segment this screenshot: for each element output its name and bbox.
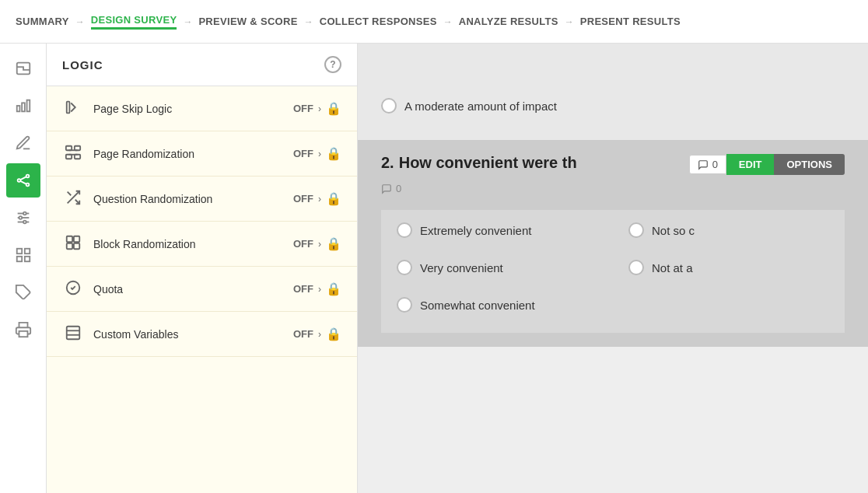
block-rand-arrow: › bbox=[318, 239, 321, 250]
comment-below-icon bbox=[381, 184, 392, 194]
page-rand-status: OFF bbox=[293, 148, 313, 159]
comment-row-below: 0 bbox=[381, 183, 845, 194]
sidebar-icon-inbox[interactable] bbox=[6, 51, 40, 86]
svg-rect-29 bbox=[74, 236, 79, 242]
sidebar-icon-pencil[interactable] bbox=[6, 126, 40, 160]
main-layout: LOGIC ? Page Skip Logic OFF › 🔒 bbox=[0, 44, 868, 493]
logic-item-page-rand[interactable]: Page Randomization OFF › 🔒 bbox=[47, 131, 357, 177]
page-rand-arrow: › bbox=[318, 149, 321, 159]
svg-rect-31 bbox=[74, 243, 79, 249]
nav-collect-responses[interactable]: COLLECT RESPONSES bbox=[320, 16, 437, 27]
quota-icon bbox=[62, 279, 84, 299]
logic-item-block-rand[interactable]: Block Randomization OFF › 🔒 bbox=[47, 222, 357, 267]
moderate-option-area: A moderate amount of impact bbox=[358, 90, 868, 140]
page-skip-status: OFF bbox=[293, 103, 313, 114]
option-very-convenient: Very convenient bbox=[381, 260, 613, 275]
custom-var-label: Custom Variables bbox=[93, 328, 178, 341]
options-button[interactable]: OPTIONS bbox=[774, 154, 845, 175]
option-not-at-all: Not at a bbox=[613, 260, 845, 275]
page-rand-icon bbox=[62, 144, 84, 163]
svg-rect-15 bbox=[16, 249, 21, 253]
radio-extremely[interactable] bbox=[397, 222, 412, 238]
logic-item-quota[interactable]: Quota OFF › 🔒 bbox=[47, 267, 357, 312]
page-skip-label: Page Skip Logic bbox=[93, 103, 172, 115]
page-skip-lock: 🔒 bbox=[326, 101, 341, 116]
page-skip-arrow: › bbox=[318, 103, 321, 114]
nav-preview-score[interactable]: PREVIEW & SCORE bbox=[198, 16, 297, 27]
svg-line-7 bbox=[20, 177, 26, 180]
logic-header: LOGIC ? bbox=[47, 44, 357, 86]
comment-count-top: 0 bbox=[712, 159, 718, 170]
sidebar-icon-print[interactable] bbox=[6, 313, 40, 347]
page-skip-icon bbox=[62, 99, 84, 118]
question-controls: 0 EDIT OPTIONS bbox=[689, 154, 845, 175]
radio-not-so[interactable] bbox=[628, 222, 644, 238]
svg-line-8 bbox=[20, 181, 26, 184]
svg-point-5 bbox=[26, 175, 29, 178]
sidebar-icon-logic[interactable] bbox=[6, 163, 40, 198]
custom-var-lock: 🔒 bbox=[326, 327, 341, 341]
logic-item-page-skip[interactable]: Page Skip Logic OFF › 🔒 bbox=[47, 86, 357, 131]
page-rand-label: Page Randomization bbox=[93, 148, 194, 160]
nav-arrow-2: → bbox=[183, 16, 192, 27]
nav-present-results[interactable]: PRESENT RESULTS bbox=[580, 16, 681, 27]
svg-rect-1 bbox=[16, 106, 19, 111]
nav-arrow-4: → bbox=[443, 16, 453, 27]
logic-item-custom-var[interactable]: Custom Variables OFF › 🔒 bbox=[47, 312, 357, 357]
nav-summary[interactable]: SUMMARY bbox=[16, 16, 69, 27]
main-content-area: A moderate amount of impact 2. How conve… bbox=[358, 44, 868, 493]
svg-point-12 bbox=[23, 212, 26, 215]
svg-point-14 bbox=[23, 221, 26, 224]
sidebar-icon-sliders[interactable] bbox=[6, 201, 40, 235]
radio-very[interactable] bbox=[397, 260, 412, 275]
svg-point-6 bbox=[26, 184, 29, 187]
block-rand-icon bbox=[62, 234, 84, 253]
svg-point-4 bbox=[17, 179, 20, 182]
option-label-extremely: Extremely convenient bbox=[420, 224, 531, 237]
svg-rect-30 bbox=[67, 243, 72, 249]
question-rand-status: OFF bbox=[293, 193, 313, 205]
moderate-option-row: A moderate amount of impact bbox=[381, 98, 845, 114]
question-text-partial: How convenient were th bbox=[399, 154, 577, 172]
radio-somewhat[interactable] bbox=[397, 297, 412, 313]
question-2-container: 2. How convenient were th 0 EDIT OPTIONS bbox=[358, 140, 868, 347]
logic-help-button[interactable]: ? bbox=[324, 56, 341, 73]
logic-title: LOGIC bbox=[62, 58, 103, 72]
svg-rect-17 bbox=[16, 257, 21, 261]
sidebar-icon-tag[interactable] bbox=[6, 275, 40, 309]
svg-rect-21 bbox=[67, 102, 70, 114]
logic-items-list: Page Skip Logic OFF › 🔒 Page Randomizati… bbox=[47, 86, 357, 493]
logic-item-question-rand[interactable]: Question Randomization OFF › 🔒 bbox=[47, 177, 357, 222]
question-2-header: 2. How convenient were th 0 EDIT OPTIONS bbox=[358, 140, 868, 347]
option-label-somewhat: Somewhat convenient bbox=[420, 299, 535, 312]
quota-lock: 🔒 bbox=[326, 281, 341, 296]
option-label-very: Very convenient bbox=[420, 261, 503, 274]
sidebar-icon-chart[interactable] bbox=[6, 89, 40, 123]
question-number: 2. bbox=[381, 154, 394, 172]
custom-var-status: OFF bbox=[293, 328, 313, 340]
option-somewhat-convenient: Somewhat convenient bbox=[381, 297, 613, 313]
nav-analyze-results[interactable]: ANALYZE RESULTS bbox=[459, 16, 558, 27]
block-rand-status: OFF bbox=[293, 238, 313, 250]
quota-status: OFF bbox=[293, 283, 313, 295]
quota-arrow: › bbox=[318, 284, 321, 295]
custom-var-icon bbox=[62, 324, 84, 344]
comment-badge-top[interactable]: 0 bbox=[689, 155, 726, 174]
option-extremely-convenient: Extremely convenient bbox=[381, 222, 613, 238]
nav-design-survey[interactable]: DESIGN SURVEY bbox=[91, 14, 177, 30]
svg-rect-28 bbox=[67, 236, 72, 242]
icon-bar bbox=[0, 44, 47, 493]
custom-var-arrow: › bbox=[318, 329, 321, 340]
moderate-radio[interactable] bbox=[381, 98, 397, 114]
svg-rect-3 bbox=[26, 100, 30, 112]
svg-rect-20 bbox=[19, 331, 27, 337]
sidebar-icon-grid[interactable] bbox=[6, 238, 40, 272]
previous-question-tail bbox=[358, 44, 868, 90]
logic-panel: LOGIC ? Page Skip Logic OFF › 🔒 bbox=[47, 44, 358, 493]
quota-label: Quota bbox=[93, 283, 123, 295]
radio-not-at-all[interactable] bbox=[628, 260, 644, 275]
svg-point-13 bbox=[19, 216, 22, 219]
question-rand-icon bbox=[62, 189, 84, 208]
option-label-not-so: Not so c bbox=[652, 224, 695, 237]
edit-button[interactable]: EDIT bbox=[726, 154, 775, 175]
